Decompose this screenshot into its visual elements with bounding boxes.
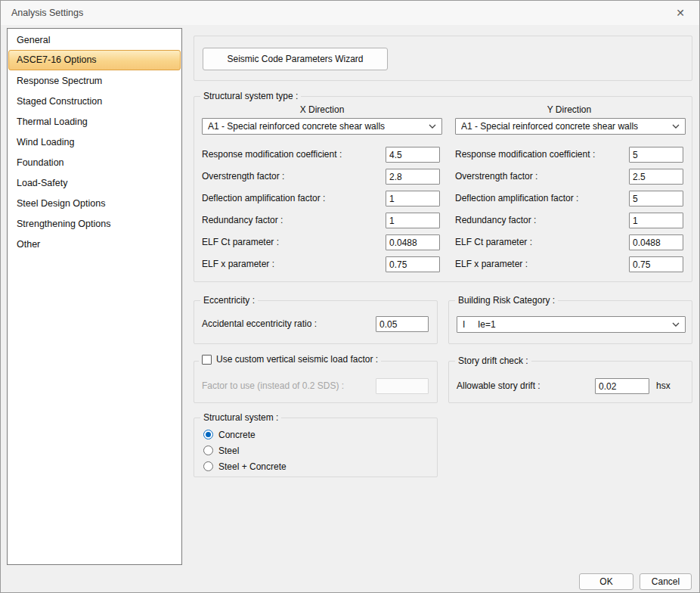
building-risk-category-group-label: Building Risk Category : (455, 295, 558, 306)
sidebar-item-thermal-loading[interactable]: Thermal Loading (8, 111, 181, 132)
sidebar-item-foundation[interactable]: Foundation (8, 152, 181, 172)
x-direction-dropdown[interactable]: A1 - Special reinforced concrete shear w… (202, 118, 442, 135)
close-icon: ✕ (676, 7, 685, 19)
story-drift-group-label: Story drift check : (455, 355, 531, 366)
y-direction-dropdown-value: A1 - Special reinforced concrete shear w… (461, 121, 638, 132)
y-response-modification-input[interactable] (629, 147, 683, 163)
y-overstrength-factor-input[interactable] (629, 169, 683, 185)
sidebar-item-wind-loading[interactable]: Wind Loading (8, 132, 181, 152)
risk-category-dropdown-value: I Ie=1 (463, 319, 496, 330)
y-elf-ct-parameter-label: ELF Ct parameter : (455, 234, 532, 250)
concrete-radio-label: Concrete (218, 430, 256, 440)
x-elf-x-parameter-label: ELF x parameter : (202, 256, 274, 272)
x-response-modification-input[interactable] (386, 147, 440, 163)
building-risk-category-group: Building Risk Category : I Ie=1 (448, 300, 692, 344)
custom-vertical-factor-legend: Use custom vertical seismic load factor … (199, 354, 381, 365)
steel-radio-label: Steel (218, 446, 239, 456)
structural-system-type-group-label: Structural system type : (200, 91, 301, 101)
x-elf-x-parameter-input[interactable] (386, 256, 440, 272)
structural-system-type-group: Structural system type : X Direction Y D… (194, 96, 692, 282)
x-deflection-amplification-label: Deflection amplification factor : (202, 191, 325, 206)
x-overstrength-factor-input[interactable] (386, 169, 440, 185)
window-title: Analysis Settings (11, 1, 83, 25)
accidental-eccentricity-input[interactable] (376, 316, 429, 332)
steel-concrete-radio-label: Steel + Concrete (218, 461, 287, 472)
y-elf-x-parameter-input[interactable] (629, 256, 683, 272)
radio-option-steel[interactable]: Steel (203, 444, 239, 457)
custom-vertical-factor-checkbox-label: Use custom vertical seismic load factor … (216, 354, 378, 365)
concrete-radio[interactable] (203, 430, 213, 439)
eccentricity-group-label: Eccentricity : (200, 295, 258, 306)
allowable-story-drift-label: Allowable story drift : (457, 378, 540, 394)
eccentricity-group: Eccentricity : Accidental eccentricity r… (194, 300, 438, 344)
y-redundancy-factor-input[interactable] (629, 213, 683, 228)
seismic-wizard-button[interactable]: Seismic Code Parameters Wizard (203, 48, 388, 70)
steel-radio[interactable] (203, 446, 213, 455)
chevron-down-icon (429, 124, 436, 129)
risk-category-dropdown[interactable]: I Ie=1 (457, 316, 686, 333)
analysis-settings-dialog: Analysis Settings ✕ General ASCE7-16 Opt… (0, 0, 700, 593)
x-direction-header: X Direction (198, 104, 446, 115)
factor-to-use-label: Factor to use (instead of 0.2 SDS) : (202, 378, 344, 394)
accidental-eccentricity-label: Accidental eccentricity ratio : (202, 316, 317, 332)
sidebar-item-load-safety[interactable]: Load-Safety (8, 172, 181, 193)
close-button[interactable]: ✕ (667, 1, 693, 25)
y-deflection-amplification-label: Deflection amplification factor : (455, 191, 578, 206)
y-elf-x-parameter-label: ELF x parameter : (455, 256, 528, 272)
x-overstrength-factor-label: Overstrength factor : (202, 169, 284, 185)
title-bar: Analysis Settings ✕ (1, 1, 699, 25)
settings-nav: General ASCE7-16 Options Response Spectr… (7, 28, 182, 565)
ok-button[interactable]: OK (579, 573, 633, 590)
custom-vertical-factor-checkbox[interactable] (202, 355, 212, 365)
sidebar-item-other[interactable]: Other (8, 234, 181, 254)
radio-option-concrete[interactable]: Concrete (203, 428, 256, 441)
sidebar-item-staged-construction[interactable]: Staged Construction (8, 91, 181, 111)
sidebar-item-general[interactable]: General (8, 29, 181, 50)
y-redundancy-factor-label: Redundancy factor : (455, 213, 536, 228)
sidebar-item-strengthening-options[interactable]: Strengthening Options (8, 213, 181, 234)
y-overstrength-factor-label: Overstrength factor : (455, 169, 537, 185)
sidebar-item-steel-design-options[interactable]: Steel Design Options (8, 193, 181, 213)
allowable-story-drift-input[interactable] (595, 378, 649, 394)
custom-vertical-factor-group: Use custom vertical seismic load factor … (194, 361, 438, 403)
x-elf-ct-parameter-label: ELF Ct parameter : (202, 234, 279, 250)
hsx-unit-label: hsx (656, 378, 671, 394)
y-direction-header: Y Direction (451, 104, 687, 115)
sidebar-item-asce7-16-options[interactable]: ASCE7-16 Options (8, 50, 181, 70)
x-redundancy-factor-input[interactable] (386, 213, 440, 228)
structural-system-group-label: Structural system : (200, 412, 281, 423)
x-elf-ct-parameter-input[interactable] (386, 234, 440, 250)
x-deflection-amplification-input[interactable] (386, 191, 440, 206)
chevron-down-icon (672, 322, 680, 327)
x-redundancy-factor-label: Redundancy factor : (202, 213, 283, 228)
steel-concrete-radio[interactable] (203, 461, 213, 471)
structural-system-group: Structural system : Concrete Steel Steel… (194, 418, 438, 477)
y-response-modification-label: Response modification coefficient : (455, 147, 595, 163)
radio-option-steel-concrete[interactable]: Steel + Concrete (203, 460, 287, 473)
y-deflection-amplification-input[interactable] (629, 191, 683, 206)
sidebar-item-response-spectrum[interactable]: Response Spectrum (8, 70, 181, 91)
x-response-modification-label: Response modification coefficient : (202, 147, 342, 163)
y-elf-ct-parameter-input[interactable] (629, 234, 683, 250)
factor-to-use-input (376, 378, 429, 394)
y-direction-dropdown[interactable]: A1 - Special reinforced concrete shear w… (455, 118, 686, 135)
cancel-button[interactable]: Cancel (640, 573, 692, 590)
x-direction-dropdown-value: A1 - Special reinforced concrete shear w… (208, 121, 385, 132)
chevron-down-icon (672, 124, 680, 129)
story-drift-group: Story drift check : Allowable story drif… (448, 361, 692, 403)
